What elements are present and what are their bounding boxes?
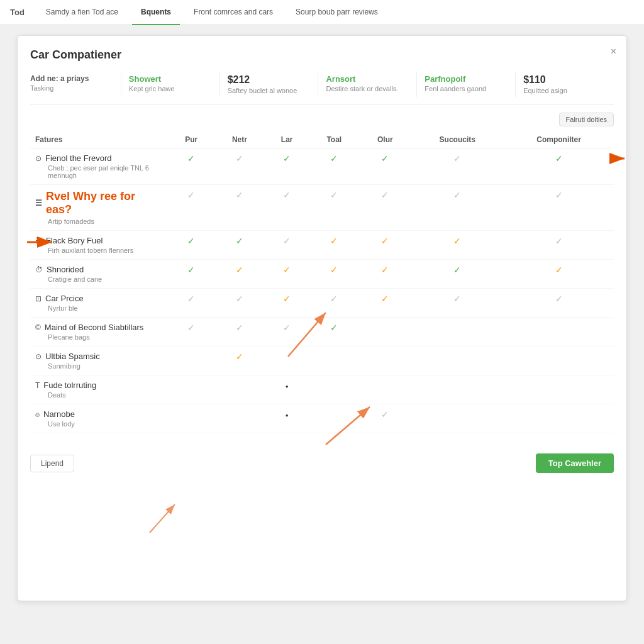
nav-tab-1[interactable]: Bquents bbox=[132, 0, 180, 25]
cell-8-1 bbox=[214, 404, 265, 433]
cell-0-0: ✓ bbox=[169, 148, 214, 185]
feature-name-1: ☰Rvel Why ree for eas? bbox=[35, 190, 164, 216]
table-header-col-1: Netr bbox=[214, 131, 265, 148]
cell-8-0 bbox=[169, 404, 214, 433]
main-area: Car Compatiener × Add ne: a priays Taski… bbox=[0, 25, 644, 611]
cell-8-5 bbox=[411, 404, 504, 433]
summary-title-2: $212 bbox=[228, 74, 311, 86]
summary-col-4: Parfnopolf Fenl aanders gaond bbox=[417, 72, 516, 97]
cell-4-2: ✓ bbox=[265, 289, 309, 318]
table-row: ☰Rvel Why ree for eas?Artip fomadeds✓✓✓✓… bbox=[30, 185, 614, 231]
feature-icon-5: © bbox=[35, 323, 41, 332]
table-header-col-3: Toal bbox=[309, 131, 359, 148]
cell-3-1: ✓ bbox=[214, 260, 265, 289]
feature-desc-8: Use lody bbox=[35, 420, 164, 428]
cell-6-5 bbox=[411, 347, 504, 375]
cell-7-5 bbox=[411, 375, 504, 404]
table-row: ⏱ShnoridedCratigie and cane✓✓✓✓✓✓✓ bbox=[30, 260, 614, 289]
cell-5-1: ✓ bbox=[214, 318, 265, 347]
cell-1-6: ✓ bbox=[504, 185, 614, 231]
cell-6-2 bbox=[265, 347, 309, 375]
modal-title: Car Compatiener bbox=[30, 48, 614, 62]
cell-6-3 bbox=[309, 347, 359, 375]
cell-7-3 bbox=[309, 375, 359, 404]
feature-name-0: ⊙Fienol the Frevord bbox=[35, 153, 164, 163]
svg-line-5 bbox=[150, 504, 175, 533]
feature-name-8: ⌾Narnobe bbox=[35, 409, 164, 419]
cell-4-4: ✓ bbox=[359, 289, 411, 318]
table-header-col-0: Pur bbox=[169, 131, 214, 148]
cell-5-5 bbox=[411, 318, 504, 347]
cell-2-2: ✓ bbox=[265, 231, 309, 260]
cell-1-5: ✓ bbox=[411, 185, 504, 231]
feature-icon-0: ⊙ bbox=[35, 154, 42, 163]
top-navigation: Tod Samdy a fien Tod ace Bquents Front c… bbox=[0, 0, 644, 25]
cell-7-4 bbox=[359, 375, 411, 404]
cell-1-1: ✓ bbox=[214, 185, 265, 231]
table-row: ⊡Car PrciceNyrtur ble✓✓✓✓✓✓✓ bbox=[30, 289, 614, 318]
feature-icon-8: ⌾ bbox=[35, 410, 40, 419]
legend-button[interactable]: Lipend bbox=[30, 455, 74, 472]
feature-desc-1: Artip fomadeds bbox=[35, 218, 164, 225]
feature-label-4: Car Prcice bbox=[45, 294, 84, 303]
cell-4-0: ✓ bbox=[169, 289, 214, 318]
cell-8-2: ● bbox=[265, 404, 309, 433]
summary-col-1: Showert Kept gric hawe bbox=[121, 72, 220, 97]
cell-7-2: ● bbox=[265, 375, 309, 404]
summary-subtitle-1: Kept gric hawe bbox=[129, 85, 212, 92]
summary-col-5: $110 Equitted asign bbox=[516, 72, 614, 97]
summary-title-4: Parfnopolf bbox=[425, 74, 508, 84]
cell-0-2: ✓ bbox=[265, 148, 309, 185]
feature-label-5: Maind of Becond Siabtillars bbox=[45, 323, 144, 332]
summary-title-5: $110 bbox=[523, 74, 606, 86]
table-row: ⊙Ultbia SpamsicSunmibing✓ bbox=[30, 347, 614, 375]
cell-2-4: ✓ bbox=[359, 231, 411, 260]
cell-3-5: ✓ bbox=[411, 260, 504, 289]
cell-1-4: ✓ bbox=[359, 185, 411, 231]
feature-cell-0: ⊙Fienol the FrevordCheb ; pec eser pat e… bbox=[30, 148, 169, 185]
cell-0-5: ✓ bbox=[411, 148, 504, 185]
nav-tab-3[interactable]: Sourp boub parr reviews bbox=[287, 0, 387, 25]
cell-7-1 bbox=[214, 375, 265, 404]
feature-name-3: ⏱Shnorided bbox=[35, 265, 164, 274]
table-header-col-2: Lar bbox=[265, 131, 309, 148]
summary-title-0: Add ne: a priays bbox=[30, 74, 113, 83]
nav-tab-0[interactable]: Samdy a fien Tod ace bbox=[37, 0, 127, 25]
filter-button[interactable]: Falruti dolties bbox=[559, 113, 614, 126]
feature-cell-7: TFude tolrrutingDeats bbox=[30, 375, 169, 404]
cell-4-1: ✓ bbox=[214, 289, 265, 318]
nav-tab-2[interactable]: Front comrces and cars bbox=[185, 0, 282, 25]
cell-6-1: ✓ bbox=[214, 347, 265, 375]
feature-label-2: Flack Bory Fuel bbox=[46, 236, 103, 245]
summary-subtitle-3: Destire stark or devalls. bbox=[326, 85, 409, 92]
cell-3-3: ✓ bbox=[309, 260, 359, 289]
cell-2-1: ✓ bbox=[214, 231, 265, 260]
table-row: TFude tolrrutingDeats● bbox=[30, 375, 614, 404]
feature-desc-5: Plecane bags bbox=[35, 333, 164, 341]
table-header-col-6: Componilter bbox=[504, 131, 614, 148]
cell-4-5: ✓ bbox=[411, 289, 504, 318]
cell-3-4: ✓ bbox=[359, 260, 411, 289]
feature-name-7: TFude tolrruting bbox=[35, 380, 164, 390]
feature-name-6: ⊙Ultbia Spamsic bbox=[35, 352, 164, 361]
top-button[interactable]: Top Cawehler bbox=[536, 453, 614, 473]
table-row: ©Maind of Becond SiabtillarsPlecane bags… bbox=[30, 318, 614, 347]
comparison-table: Fatures Pur Netr Lar Toal Olur Sucoucits… bbox=[30, 131, 614, 433]
summary-subtitle-0: Tasking bbox=[30, 84, 113, 92]
feature-cell-3: ⏱ShnoridedCratigie and cane bbox=[30, 260, 169, 289]
close-button[interactable]: × bbox=[611, 46, 616, 57]
table-header-feature: Fatures bbox=[30, 131, 169, 148]
cell-0-6: ✓ bbox=[504, 148, 614, 185]
table-row: ⌾NarnobeUse lody●✓ bbox=[30, 404, 614, 433]
cell-8-4: ✓ bbox=[359, 404, 411, 433]
summary-col-3: Arnsort Destire stark or devalls. bbox=[318, 72, 417, 97]
cell-6-6 bbox=[504, 347, 614, 375]
cell-0-3: ✓ bbox=[309, 148, 359, 185]
feature-cell-5: ©Maind of Becond SiabtillarsPlecane bags bbox=[30, 318, 169, 347]
cell-2-3: ✓ bbox=[309, 231, 359, 260]
cell-4-6: ✓ bbox=[504, 289, 614, 318]
summary-subtitle-5: Equitted asign bbox=[523, 87, 606, 94]
summary-row: Add ne: a priays Tasking Showert Kept gr… bbox=[30, 72, 614, 105]
cell-8-3 bbox=[309, 404, 359, 433]
cell-1-3: ✓ bbox=[309, 185, 359, 231]
